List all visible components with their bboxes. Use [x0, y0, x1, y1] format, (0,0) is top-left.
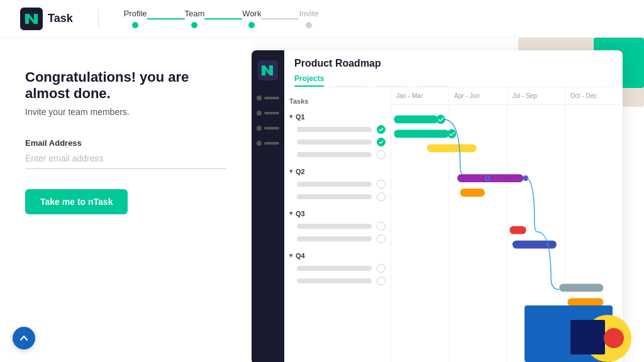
logo: Task — [20, 8, 73, 30]
col-header-q1: Jan - Mar — [391, 87, 449, 104]
step-team-dot — [191, 22, 197, 28]
quarter-q1-label: Q1 — [296, 113, 305, 121]
task-check-9 — [377, 277, 386, 285]
logo-text: Task — [48, 12, 73, 25]
quarter-q4-row[interactable]: ▾ Q4 — [284, 249, 391, 262]
step-team-label: Team — [185, 9, 205, 18]
col-header-q3: Jul - Sep — [508, 87, 565, 104]
email-label: Email Address — [25, 138, 82, 148]
task-bar-3 — [297, 152, 372, 157]
task-bar-2 — [297, 140, 372, 145]
task-bar-4 — [297, 182, 372, 187]
sidebar-line-3 — [264, 127, 279, 129]
svg-rect-7 — [394, 129, 449, 138]
congrats-title: Congratulations! you are almost done. — [25, 69, 226, 102]
svg-rect-14 — [513, 241, 557, 249]
quarter-q3-label: Q3 — [296, 210, 305, 217]
ntask-logo-icon — [20, 8, 43, 30]
roadmap-sidebar — [252, 50, 284, 362]
step-line-1 — [147, 18, 185, 19]
scroll-up-button[interactable] — [13, 327, 35, 349]
congrats-subtitle: Invite your team members. — [25, 107, 226, 117]
svg-point-18 — [523, 176, 528, 180]
task-check-6 — [377, 222, 386, 231]
step-invite-label: Invite — [299, 9, 318, 18]
roadmap-title: Product Roadmap — [294, 58, 613, 69]
sidebar-item-3 — [257, 126, 279, 131]
step-work-label: Work — [242, 9, 261, 18]
roadmap-tabs: Projects — [294, 74, 613, 87]
quarter-q1-row[interactable]: ▾ Q1 — [284, 110, 391, 123]
step-line-2 — [204, 18, 242, 19]
step-line-3 — [261, 18, 299, 19]
col-header-q2: Apr - Jun — [449, 87, 507, 104]
chevron-up-icon — [19, 334, 28, 343]
sidebar-dot-3 — [257, 126, 262, 131]
svg-point-8 — [447, 129, 456, 139]
step-invite-dot — [306, 22, 312, 28]
sidebar-item-1 — [257, 96, 279, 101]
roadmap-header: Product Roadmap Projects — [284, 50, 623, 87]
task-check-3 — [377, 150, 386, 159]
task-check-4 — [377, 180, 386, 189]
bg-red-dot — [604, 328, 624, 348]
task-item-8 — [284, 262, 391, 275]
sidebar-line-1 — [264, 97, 279, 99]
task-item-1 — [284, 123, 391, 136]
main-content: Congratulations! you are almost done. In… — [0, 38, 644, 362]
email-input[interactable] — [25, 148, 226, 169]
svg-rect-9 — [427, 144, 477, 152]
sidebar-dot-1 — [257, 96, 262, 101]
gantt-tasks-column: Tasks ▾ Q1 — [284, 87, 391, 362]
task-check-7 — [377, 234, 386, 243]
task-item-9 — [284, 275, 391, 287]
svg-rect-15 — [559, 284, 603, 292]
right-panel: Product Roadmap Projects Tasks ▾ — [252, 38, 644, 362]
svg-rect-10 — [457, 174, 523, 182]
svg-point-17 — [486, 176, 490, 180]
roadmap-logo-icon — [258, 60, 278, 80]
step-invite: Invite — [299, 9, 318, 28]
quarter-q4-label: Q4 — [296, 252, 305, 260]
sidebar-line-4 — [264, 142, 279, 145]
sidebar-dot-2 — [257, 111, 262, 116]
quarter-q3-row[interactable]: ▾ Q3 — [284, 207, 391, 220]
step-profile-dot — [132, 22, 138, 28]
task-bar-6 — [297, 224, 372, 229]
task-item-2 — [284, 136, 391, 148]
task-bar-9 — [297, 278, 372, 283]
tab-inactive-1 — [334, 74, 365, 87]
header: Task Profile Team Work Invite — [0, 0, 644, 38]
svg-point-11 — [523, 175, 528, 181]
step-work-dot — [248, 22, 255, 28]
tab-projects[interactable]: Projects — [294, 74, 324, 87]
task-item-3 — [284, 148, 391, 161]
svg-point-6 — [436, 115, 445, 124]
quarter-q2-row[interactable]: ▾ Q2 — [284, 165, 391, 178]
quarter-q2-label: Q2 — [296, 168, 305, 175]
task-bar-7 — [297, 236, 372, 241]
sidebar-dot-4 — [257, 141, 262, 146]
header-divider — [98, 9, 99, 28]
gantt-col-headers: Jan - Mar Apr - Jun Jul - Sep Oct - Dec — [391, 87, 623, 105]
task-check-8 — [377, 264, 386, 273]
bg-dark-square — [570, 320, 605, 354]
sidebar-item-2 — [257, 111, 279, 116]
step-profile-label: Profile — [124, 9, 147, 18]
task-item-4 — [284, 178, 391, 190]
task-check-2 — [377, 138, 386, 146]
task-item-5 — [284, 190, 391, 203]
left-panel: Congratulations! you are almost done. In… — [0, 38, 252, 362]
tab-inactive-2 — [375, 74, 407, 87]
task-check-5 — [377, 192, 386, 201]
task-item-6 — [284, 220, 391, 233]
sidebar-item-4 — [257, 141, 279, 146]
steps-progress: Profile Team Work Invite — [124, 9, 319, 28]
task-check-1 — [377, 125, 386, 134]
task-bar-8 — [297, 266, 372, 271]
step-team: Team — [185, 9, 205, 28]
col-header-q4: Oct - Dec — [565, 87, 623, 104]
cta-button[interactable]: Take me to nTask — [25, 189, 128, 214]
step-profile: Profile — [124, 9, 147, 28]
svg-rect-13 — [509, 226, 526, 234]
